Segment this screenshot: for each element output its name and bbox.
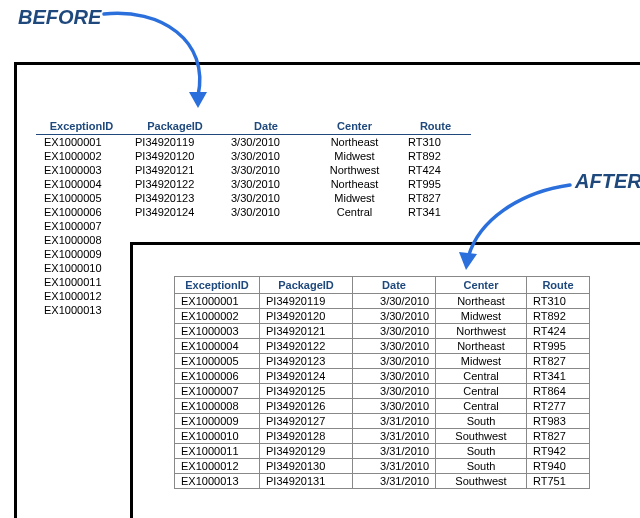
after-arrow-icon	[0, 0, 640, 518]
svg-marker-1	[459, 252, 477, 270]
